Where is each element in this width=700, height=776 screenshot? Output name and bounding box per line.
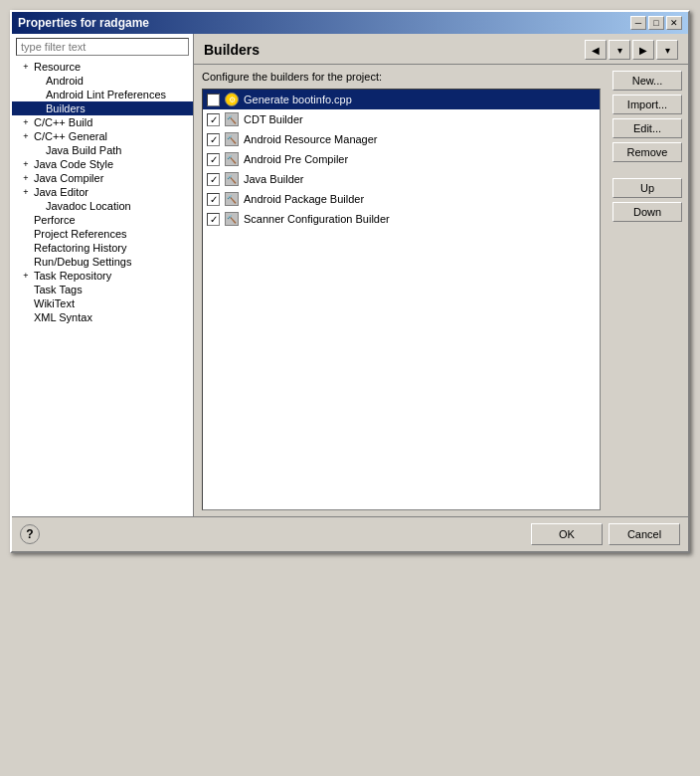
builder-item-scanner-configuration-builder[interactable]: ✓ 🔨 Scanner Configuration Builder <box>203 209 600 229</box>
sidebar-item-label: Refactoring History <box>34 242 127 254</box>
bottom-right: OK Cancel <box>531 523 680 545</box>
sidebar-item-label: Resource <box>34 61 81 73</box>
minimize-button[interactable]: ─ <box>630 16 646 30</box>
remove-button[interactable]: Remove <box>612 142 682 162</box>
sidebar-item-project-references[interactable]: Project References <box>12 227 193 241</box>
window-title: Properties for radgame <box>18 16 149 30</box>
toolbar-icons: ◀ ▾ ▶ ▾ <box>585 40 678 60</box>
sidebar-item-task-repository[interactable]: + Task Repository <box>12 269 193 283</box>
builder-item-java-builder[interactable]: ✓ 🔨 Java Builder <box>203 169 600 189</box>
new-button[interactable]: New... <box>612 71 682 91</box>
filter-input[interactable] <box>16 38 189 56</box>
sidebar-item-refactoring-history[interactable]: Refactoring History <box>12 241 193 255</box>
right-panel: Builders ◀ ▾ ▶ ▾ Configure the builders … <box>194 34 688 516</box>
sidebar-item-label: Android <box>46 75 84 87</box>
main-area: + Resource Android Android Lint Preferen… <box>12 34 688 516</box>
expand-icon: + <box>20 271 32 281</box>
builder-checkbox[interactable]: ✓ <box>207 94 220 106</box>
ok-button[interactable]: OK <box>531 523 603 545</box>
builder-label: Android Resource Manager <box>244 133 378 145</box>
dropdown-button[interactable]: ▾ <box>609 40 630 60</box>
left-panel: + Resource Android Android Lint Preferen… <box>12 34 194 516</box>
main-window: Properties for radgame ─ □ ✕ + Resource … <box>10 10 690 553</box>
sidebar-item-perforce[interactable]: Perforce <box>12 213 193 227</box>
sidebar-item-label: C/C++ General <box>34 130 107 142</box>
builder-icon: 🔨 <box>224 171 240 187</box>
sidebar-item-label: Task Repository <box>34 270 111 282</box>
builder-icon: 🔨 <box>224 191 240 207</box>
builder-checkbox[interactable]: ✓ <box>207 213 220 226</box>
window-content: + Resource Android Android Lint Preferen… <box>12 34 688 551</box>
sidebar-item-label: XML Syntax <box>34 311 92 323</box>
back-button[interactable]: ◀ <box>585 40 607 60</box>
builders-list: ✓ ⚙ Generate bootinfo.cpp ✓ 🔨 <box>202 89 601 510</box>
sidebar-item-builders[interactable]: Builders <box>12 101 193 115</box>
edit-button[interactable]: Edit... <box>612 118 682 138</box>
builder-checkbox[interactable]: ✓ <box>207 173 220 186</box>
builder-label: Java Builder <box>244 173 304 185</box>
sidebar-item-java-editor[interactable]: + Java Editor <box>12 185 193 199</box>
builder-checkbox[interactable]: ✓ <box>207 113 220 126</box>
sidebar-item-cpp-general[interactable]: + C/C++ General <box>12 129 193 143</box>
builder-label: CDT Builder <box>244 113 303 125</box>
builder-item-generate-bootinfo[interactable]: ✓ ⚙ Generate bootinfo.cpp <box>203 90 600 109</box>
builder-label: Scanner Configuration Builder <box>244 213 390 225</box>
sidebar-item-label: Java Compiler <box>34 172 103 184</box>
expand-icon: + <box>20 187 32 197</box>
sidebar-item-android[interactable]: Android <box>12 74 193 88</box>
builder-icon: 🔨 <box>224 111 240 127</box>
sidebar-item-run-debug-settings[interactable]: Run/Debug Settings <box>12 255 193 269</box>
builder-item-android-package-builder[interactable]: ✓ 🔨 Android Package Builder <box>203 189 600 209</box>
sidebar-item-android-lint[interactable]: Android Lint Preferences <box>12 88 193 101</box>
sidebar-item-label: Java Build Path <box>46 144 121 156</box>
sidebar-item-java-build-path[interactable]: Java Build Path <box>12 143 193 157</box>
right-header: Builders ◀ ▾ ▶ ▾ <box>194 34 688 65</box>
sidebar-item-label: Builders <box>46 102 86 114</box>
dropdown2-button[interactable]: ▾ <box>656 40 678 60</box>
builder-icon-img: 🔨 <box>225 112 239 126</box>
side-buttons: New... Import... Edit... Remove Up Down <box>609 65 688 516</box>
forward-button[interactable]: ▶ <box>632 40 654 60</box>
expand-icon: + <box>20 131 32 141</box>
builder-checkbox[interactable]: ✓ <box>207 193 220 206</box>
builder-icon: 🔨 <box>224 211 240 227</box>
builder-checkbox[interactable]: ✓ <box>207 153 220 166</box>
bottom-bar: ? OK Cancel <box>12 516 688 551</box>
right-content: Configure the builders for the project: … <box>194 65 688 516</box>
sidebar-item-cpp-build[interactable]: + C/C++ Build <box>12 115 193 129</box>
sidebar-item-label: Project References <box>34 228 127 240</box>
sidebar-item-java-compiler[interactable]: + Java Compiler <box>12 171 193 185</box>
sidebar-item-task-tags[interactable]: Task Tags <box>12 283 193 296</box>
sidebar-item-javadoc-location[interactable]: Javadoc Location <box>12 199 193 213</box>
builder-label: Android Package Builder <box>244 193 364 205</box>
builder-label: Generate bootinfo.cpp <box>244 94 352 105</box>
sidebar-item-wikitext[interactable]: WikiText <box>12 296 193 310</box>
builder-label: Android Pre Compiler <box>244 153 348 165</box>
builder-item-cdt-builder[interactable]: ✓ 🔨 CDT Builder <box>203 109 600 129</box>
sidebar-item-label: WikiText <box>34 297 75 309</box>
builder-item-android-pre-compiler[interactable]: ✓ 🔨 Android Pre Compiler <box>203 149 600 169</box>
builder-icon: 🔨 <box>224 151 240 167</box>
sidebar-item-xml-syntax[interactable]: XML Syntax <box>12 310 193 324</box>
builder-icon: ⚙ <box>224 92 240 107</box>
expand-icon: + <box>20 159 32 169</box>
maximize-button[interactable]: □ <box>648 16 664 30</box>
down-button[interactable]: Down <box>612 202 682 222</box>
sidebar-item-label: Android Lint Preferences <box>46 89 166 100</box>
sidebar-item-label: Task Tags <box>34 284 83 295</box>
help-button[interactable]: ? <box>20 524 40 544</box>
up-button[interactable]: Up <box>612 178 682 198</box>
tree-area: + Resource Android Android Lint Preferen… <box>12 60 193 516</box>
builder-icon-img: 🔨 <box>225 192 239 206</box>
sidebar-item-label: Javadoc Location <box>46 200 131 212</box>
import-button[interactable]: Import... <box>612 95 682 114</box>
builder-checkbox[interactable]: ✓ <box>207 133 220 146</box>
sidebar-item-label: Perforce <box>34 214 76 226</box>
builder-item-android-resource-manager[interactable]: ✓ 🔨 Android Resource Manager <box>203 129 600 149</box>
sidebar-item-resource[interactable]: + Resource <box>12 60 193 74</box>
builder-icon-img: 🔨 <box>225 212 239 226</box>
close-button[interactable]: ✕ <box>666 16 682 30</box>
cancel-button[interactable]: Cancel <box>609 523 680 545</box>
sidebar-item-label: Run/Debug Settings <box>34 256 131 268</box>
sidebar-item-java-code-style[interactable]: + Java Code Style <box>12 157 193 171</box>
